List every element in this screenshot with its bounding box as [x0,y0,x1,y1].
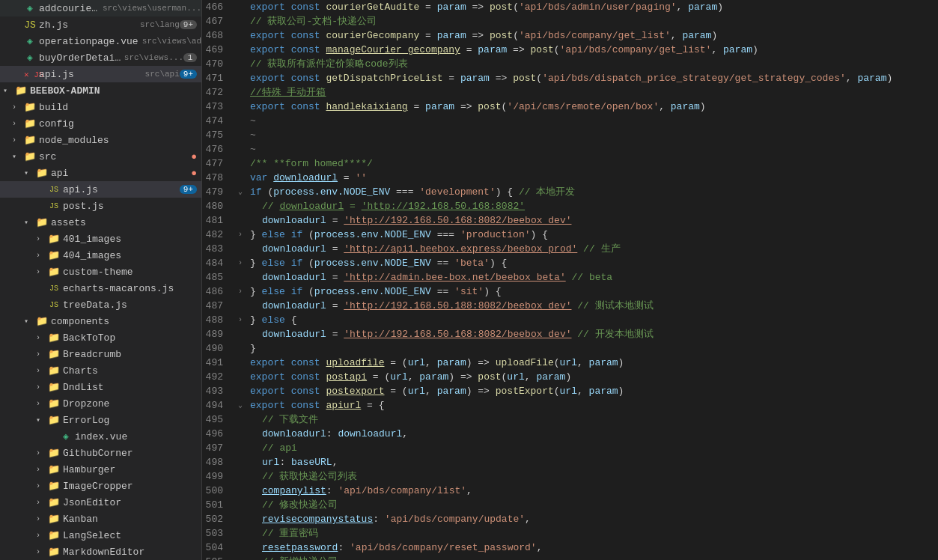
folder-label: custom-theme [63,267,201,278]
sidebar-item-jsoneditor[interactable]: 📁 JsonEditor [0,494,201,511]
sidebar-item-buyorderdetail[interactable]: ◈ buyOrderDetail.vue src\views... 1 [0,49,201,66]
fold-arrow [238,128,250,142]
folder-label: build [39,102,201,113]
file-label: api.js [63,184,180,195]
chevron-closed-icon [36,499,48,507]
sidebar-item-backToTop[interactable]: 📁 BackToTop [0,329,201,346]
folder-icon: 📁 [48,447,60,459]
fold-arrow [238,85,250,100]
folder-icon: 📁 [48,365,60,377]
folder-label: Charts [63,365,201,377]
file-path: src\views\userman... [103,4,201,13]
sidebar-item-api-js[interactable]: JS api.js 9+ [0,181,201,198]
folder-label: Dropzone [63,398,201,410]
sidebar-item-src[interactable]: 📁 src ● [0,148,201,165]
folder-label: BEEBOX-ADMIN [30,85,201,97]
file-explorer[interactable]: ◈ addcourier.vue src\views\userman... JS… [0,0,202,560]
js-icon: JS [48,186,60,194]
sidebar-item-langselect[interactable]: 📁 LangSelect [0,527,201,544]
fold-arrow [238,384,250,398]
code-line-497: // api [238,441,923,455]
sidebar-item-githubcorner[interactable]: 📁 GithubCorner [0,445,201,461]
chevron-closed-icon [36,400,48,408]
vue-icon: ◈ [24,2,36,14]
change-badge: 9+ [180,185,197,194]
folder-label: Kanban [63,514,201,525]
chevron-closed-icon [36,482,48,490]
modified-dot: ● [191,168,197,179]
js-icon: JS [48,202,60,210]
sidebar-item-charts[interactable]: 📁 Charts [0,362,201,379]
fold-arrow [238,512,250,526]
code-line-495: // 下载文件 [238,413,923,427]
folder-icon: 📁 [48,398,60,410]
js-icon: JS [24,19,36,31]
code-line-480: // downloadurl = 'http://192.168.50.168:… [238,199,923,213]
sidebar-item-components[interactable]: 📁 components [0,313,201,329]
folder-icon: 📁 [24,150,36,162]
folder-icon: 📁 [48,249,60,261]
chevron-closed-icon [36,383,48,392]
code-editor[interactable]: 466 467 468 469 470 471 472 473 474 475 … [202,0,938,560]
folder-icon: 📁 [48,480,60,492]
modified-dot: ● [191,151,197,162]
sidebar-item-config[interactable]: 📁 config [0,115,201,132]
sidebar-item-assets[interactable]: 📁 assets [0,214,201,231]
chevron-closed-icon [36,515,48,523]
fold-arrow [238,270,250,284]
code-line-487: downloadurl = 'http://192.168.50.188:808… [238,299,923,313]
sidebar-item-node-modules[interactable]: 📁 node_modules [0,132,201,148]
code-line-494: export const apiurl = { [238,398,923,413]
sidebar-item-addcourier[interactable]: ◈ addcourier.vue src\views\userman... [0,0,201,16]
folder-label: ErrorLog [63,415,201,426]
code-line-470: // 获取所有派件定价策略code列表 [238,57,923,71]
fold-arrow [238,555,250,560]
code-line-483: downloadurl = 'http://api1.beebox.expres… [238,242,923,256]
folder-label: JsonEditor [63,497,201,508]
chevron-closed-icon [36,449,48,457]
folder-label: ImageCropper [63,481,201,492]
sidebar-item-dndlist[interactable]: 📁 DndList [0,379,201,395]
fold-arrow [238,356,250,370]
sidebar-item-dropzone[interactable]: 📁 Dropzone [0,395,201,412]
fold-arrow [238,142,250,156]
sidebar-item-treedata-js[interactable]: JS treeData.js [0,296,201,313]
code-line-501: // 修改快递公司 [238,498,923,512]
code-content[interactable]: export const courierGetAudite = param =>… [238,0,938,560]
sidebar-item-build[interactable]: 📁 build [0,99,201,115]
code-line-496: downloadurl: downloadurl, [238,427,923,441]
folder-icon: 📁 [48,348,60,360]
code-line-490: } [238,341,923,356]
fold-arrow [238,71,250,85]
sidebar-item-beebox-admin[interactable]: 📁 BEEBOX-ADMIN [0,82,201,99]
sidebar-item-404-images[interactable]: 📁 404_images [0,247,201,264]
sidebar-item-post-js[interactable]: JS post.js [0,198,201,214]
sidebar-item-echarts-macarons[interactable]: JS echarts-macarons.js [0,280,201,296]
sidebar-item-api-folder[interactable]: 📁 api ● [0,165,201,181]
code-line-500: companylist: 'api/bds/company/list', [238,484,923,498]
fold-arrow [238,484,250,498]
sidebar-item-401-images[interactable]: 📁 401_images [0,231,201,247]
folder-icon: 📁 [36,167,48,179]
sidebar-item-hamburger[interactable]: 📁 Hamburger [0,461,201,478]
chevron-open-icon [12,152,24,161]
sidebar-item-imagecropper[interactable]: 📁 ImageCropper [0,478,201,494]
sidebar-item-api-js-x[interactable]: ✕ JS api.js src\api 9+ [0,66,201,82]
folder-label: GithubCorner [63,448,201,459]
sidebar-item-zh[interactable]: JS zh.js src\lang 9+ [0,16,201,33]
sidebar-item-breadcrumb[interactable]: 📁 Breadcrumb [0,346,201,362]
code-line-477: /** **form homed****/ [238,156,923,171]
sidebar-item-kanban[interactable]: 📁 Kanban [0,511,201,527]
sidebar-item-index-vue[interactable]: ◈ index.vue [0,428,201,445]
folder-icon: 📁 [24,118,36,130]
folder-label: node_modules [39,135,201,146]
folder-label: src [39,151,191,162]
sidebar-item-markdowneditor[interactable]: 📁 MarkdownEditor [0,544,201,560]
code-line-472: //特殊 手动开箱 [238,85,923,100]
folder-label: Breadcrumb [63,349,201,360]
chevron-closed-icon [36,548,48,556]
sidebar-item-errorlog[interactable]: 📁 ErrorLog [0,412,201,428]
sidebar-item-operationpage[interactable]: ◈ operationpage.vue src\views\ad [0,33,201,49]
sidebar-item-custom-theme[interactable]: 📁 custom-theme [0,264,201,280]
chevron-open-icon [24,168,36,177]
